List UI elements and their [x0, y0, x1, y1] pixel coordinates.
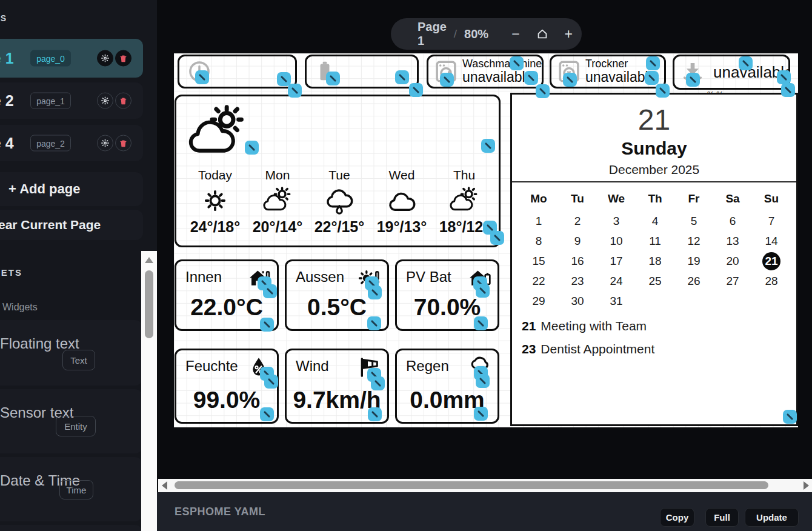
- widget-edit-handle[interactable]: [645, 71, 659, 85]
- forecast-day: Thu: [434, 168, 494, 182]
- widget-edit-handle[interactable]: [781, 83, 795, 97]
- zoom-reset-home-button[interactable]: [536, 27, 549, 41]
- widget-edit-handle[interactable]: [368, 407, 382, 421]
- widget-edit-handle[interactable]: [481, 139, 495, 153]
- forecast-temps: 22°/15°: [309, 218, 370, 236]
- widget-edit-handle[interactable]: [490, 231, 504, 245]
- widget-edit-handle[interactable]: [563, 73, 577, 87]
- page-id-badge: page_0: [30, 50, 71, 67]
- page-id-badge: page_1: [30, 93, 71, 109]
- widget-item-time[interactable]: Date & TimeTime: [0, 457, 142, 521]
- calendar-day-cell: 16: [558, 254, 597, 269]
- widget-edit-handle[interactable]: [277, 72, 291, 86]
- calendar-day-cell: [674, 294, 713, 309]
- calendar-month-year: December 2025: [512, 162, 796, 177]
- widget-edit-handle[interactable]: [260, 318, 274, 332]
- event-title: Meeting with Team: [541, 319, 647, 333]
- sensor-label: PV Bat: [406, 269, 451, 286]
- widget-edit-handle[interactable]: [646, 56, 660, 70]
- calendar-day-cell: 13: [713, 234, 752, 249]
- copy-yaml-button[interactable]: Copy: [660, 508, 694, 527]
- sidebar-page-row[interactable]: Page 4page_2: [0, 125, 143, 161]
- page-settings-button[interactable]: [97, 50, 113, 67]
- widget-edit-handle[interactable]: [440, 73, 454, 87]
- page-delete-button[interactable]: [115, 50, 131, 67]
- display-canvas-page[interactable]: Waschmaschine unavailable Trockner unava…: [174, 53, 798, 427]
- widget-edit-handle[interactable]: [260, 407, 274, 421]
- sidebar-scrollbar[interactable]: [141, 251, 157, 531]
- page-settings-button[interactable]: [97, 93, 113, 109]
- widget-edit-handle[interactable]: [524, 71, 538, 85]
- widget-edit-handle[interactable]: [395, 70, 409, 84]
- page-delete-button[interactable]: [115, 93, 131, 109]
- page-row-label: Page 4: [0, 135, 14, 152]
- widget-edit-handle[interactable]: [371, 376, 385, 390]
- widget-edit-handle[interactable]: [686, 73, 700, 87]
- calendar-weekday-header: Fr: [674, 192, 713, 206]
- widget-edit-handle[interactable]: [474, 316, 488, 330]
- widget-edit-handle[interactable]: [783, 410, 797, 424]
- event-title: Dentist Appointment: [541, 342, 654, 356]
- sensor-label: Wind: [296, 358, 329, 375]
- sunny-icon: [185, 185, 245, 216]
- widget-edit-handle[interactable]: [368, 286, 382, 299]
- widget-item-entity[interactable]: Sensor textEntity: [0, 389, 142, 453]
- widget-edit-handle[interactable]: [510, 56, 524, 70]
- canvas-horizontal-scrollbar[interactable]: [158, 479, 812, 492]
- zoom-out-button[interactable]: −: [511, 27, 519, 41]
- trash-icon: [119, 139, 127, 147]
- sidebar-scrollbar-thumb[interactable]: [145, 270, 153, 338]
- widget-item-text[interactable]: Floating textText: [0, 320, 142, 386]
- widget-edit-handle[interactable]: [777, 70, 791, 84]
- widget-edit-handle[interactable]: [263, 284, 277, 298]
- sidebar-page-row[interactable]: Page 1page_0: [0, 39, 143, 78]
- widget-edit-handle[interactable]: [474, 407, 488, 421]
- calendar-day-cell: 11: [636, 234, 674, 249]
- full-yaml-button[interactable]: Full: [705, 508, 739, 527]
- widget-edit-handle[interactable]: [326, 72, 340, 85]
- calendar-day-cell: 10: [597, 234, 636, 249]
- widget-edit-handle[interactable]: [656, 84, 670, 98]
- sensor-label: Regen: [406, 358, 449, 375]
- partlycloudy-icon: [247, 185, 308, 216]
- clear-page-button[interactable]: Clear Current Page: [0, 210, 143, 240]
- widget-item-partial[interactable]: [0, 525, 142, 531]
- calendar-day-cell: 31: [597, 294, 636, 309]
- calendar-divider: [512, 181, 796, 182]
- weather-widget[interactable]: Today 24°/18°Mon 20°/14°Tue 22°/15°Wed 1…: [175, 95, 501, 247]
- page-settings-button[interactable]: [97, 135, 113, 152]
- widget-edit-handle[interactable]: [476, 284, 490, 298]
- widget-type-badge: Time: [59, 480, 93, 499]
- scroll-up-arrow-icon[interactable]: [145, 257, 153, 263]
- calendar-widget[interactable]: 21 Sunday December 2025 MoTuWeThFrSaSu12…: [510, 93, 798, 426]
- scroll-left-arrow-icon[interactable]: [162, 481, 167, 490]
- event-day: 21: [522, 319, 536, 333]
- horizontal-scrollbar-thumb[interactable]: [175, 481, 768, 489]
- cloudy-icon: [371, 185, 432, 216]
- calendar-day-cell: [636, 294, 674, 309]
- widget-edit-handle[interactable]: [536, 84, 550, 98]
- toolbar-page-label: Page 1: [418, 20, 447, 48]
- forecast-day: Mon: [247, 168, 308, 182]
- forecast-column-today: Today 24°/18°: [185, 168, 245, 236]
- widget-edit-handle[interactable]: [195, 70, 209, 84]
- appliance-name: Waschmaschine: [462, 58, 542, 70]
- update-yaml-button[interactable]: Update: [745, 508, 799, 527]
- forecast-temps: 19°/13°: [371, 218, 432, 236]
- widget-edit-handle[interactable]: [288, 84, 302, 98]
- sidebar-page-row[interactable]: Page 2page_1: [0, 82, 143, 119]
- calendar-day-cell: 5: [674, 214, 713, 229]
- widget-edit-handle[interactable]: [476, 374, 490, 388]
- widget-edit-handle[interactable]: [367, 316, 381, 330]
- calendar-event: 21Meeting with Team: [522, 319, 647, 333]
- widget-edit-handle[interactable]: [245, 141, 259, 155]
- page-delete-button[interactable]: [115, 135, 131, 152]
- widget-edit-handle[interactable]: [739, 56, 753, 70]
- calendar-day-cell: 27: [713, 274, 752, 289]
- widget-edit-handle[interactable]: [409, 83, 423, 97]
- zoom-in-button[interactable]: +: [565, 27, 573, 41]
- add-page-button[interactable]: + Add page: [0, 172, 143, 206]
- widget-edit-handle[interactable]: [264, 375, 278, 389]
- scroll-right-arrow-icon[interactable]: [804, 481, 809, 490]
- forecast-day: Tue: [309, 168, 370, 182]
